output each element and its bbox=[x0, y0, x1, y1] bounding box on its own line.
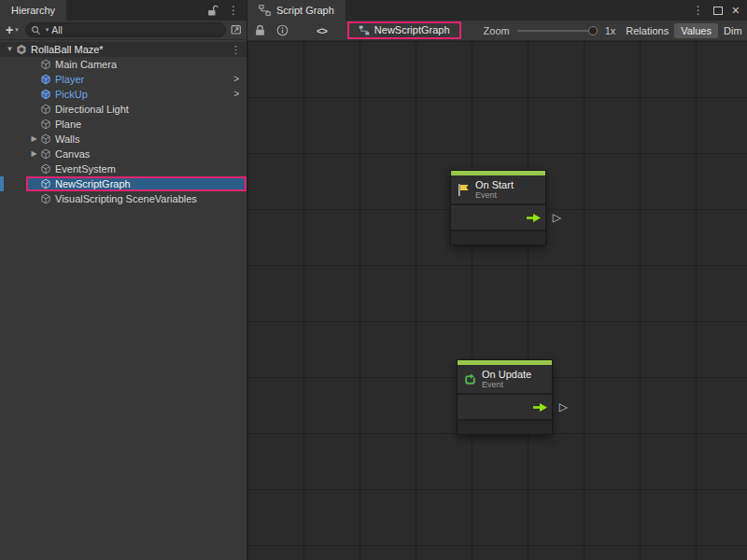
hierarchy-item-pickup[interactable]: PickUp > bbox=[0, 87, 247, 102]
node-subtitle: Event bbox=[482, 380, 531, 389]
tab-script-graph[interactable]: Script Graph bbox=[247, 0, 345, 21]
node-title: On Update bbox=[482, 369, 531, 381]
hierarchy-item-walls[interactable]: ▶ Walls bbox=[0, 132, 247, 147]
plus-icon: + bbox=[6, 23, 13, 36]
port-triangle-icon[interactable]: ▷ bbox=[553, 212, 561, 223]
zoom-value: 1x bbox=[605, 25, 616, 36]
cube-icon bbox=[40, 178, 51, 189]
node-on-update[interactable]: On Update Event ▷ bbox=[457, 359, 553, 435]
hierarchy-tabstrip: Hierarchy ⋮ bbox=[0, 0, 247, 21]
cube-icon bbox=[40, 193, 51, 204]
script-graph-asset-icon bbox=[359, 25, 370, 35]
caret-down-icon: ▾ bbox=[15, 26, 19, 34]
zoom-label: Zoom bbox=[484, 25, 510, 36]
graph-tabstrip: Script Graph ⋮ × bbox=[247, 0, 747, 21]
code-icon[interactable]: <> bbox=[317, 25, 327, 36]
control-output-port[interactable] bbox=[527, 214, 541, 222]
node-header: On Start Event bbox=[451, 175, 545, 205]
prefab-cube-icon bbox=[40, 89, 51, 100]
lock-open-icon[interactable] bbox=[207, 5, 218, 17]
graph-canvas[interactable]: On Start Event ▷ On Update Event bbox=[247, 41, 747, 560]
cube-icon bbox=[40, 163, 51, 175]
hierarchy-item-plane[interactable]: Plane bbox=[0, 117, 247, 132]
scene-kebab-icon[interactable]: ⋮ bbox=[231, 45, 241, 55]
expand-arrow-icon[interactable]: ▶ bbox=[28, 150, 40, 158]
loop-icon bbox=[463, 372, 477, 386]
cube-icon bbox=[40, 119, 51, 130]
node-footer bbox=[458, 421, 552, 434]
graph-tab-label: Script Graph bbox=[276, 5, 334, 16]
cube-icon bbox=[40, 148, 51, 160]
search-value: All bbox=[51, 24, 63, 35]
graph-name-label: NewScriptGraph bbox=[374, 24, 450, 35]
port-triangle-icon[interactable]: ▷ bbox=[559, 401, 568, 413]
cube-icon bbox=[40, 104, 51, 115]
script-graph-panel: Script Graph ⋮ × <> NewScriptGraph Zoom … bbox=[247, 0, 747, 560]
scene-icon bbox=[16, 44, 27, 55]
hierarchy-toolbar: + ▾ ▾ All bbox=[0, 21, 247, 40]
selection-edge-indicator bbox=[0, 176, 4, 191]
search-input[interactable]: ▾ All bbox=[25, 22, 226, 37]
zoom-slider[interactable] bbox=[517, 30, 598, 32]
graph-name-button[interactable]: NewScriptGraph bbox=[347, 21, 461, 39]
close-icon[interactable]: × bbox=[732, 4, 740, 17]
cube-icon bbox=[40, 59, 51, 70]
hierarchy-item-visualscripting-scenevariables[interactable]: VisualScripting SceneVariables bbox=[0, 191, 247, 206]
search-icon bbox=[31, 25, 41, 35]
control-output-port[interactable] bbox=[533, 403, 547, 412]
info-icon[interactable] bbox=[276, 24, 289, 36]
node-port-row: ▷ bbox=[458, 395, 552, 421]
hierarchy-panel: Hierarchy ⋮ + ▾ ▾ All ▼ bbox=[0, 0, 247, 560]
open-prefab-chevron-icon[interactable]: > bbox=[233, 75, 239, 84]
hierarchy-menu-kebab-icon[interactable]: ⋮ bbox=[228, 5, 239, 16]
hierarchy-item-canvas[interactable]: ▶ Canvas bbox=[0, 147, 247, 161]
panel-menu-kebab-icon[interactable]: ⋮ bbox=[693, 5, 704, 16]
node-footer bbox=[451, 231, 545, 245]
hierarchy-item-main-camera[interactable]: Main Camera bbox=[0, 57, 247, 72]
dim-toggle-button[interactable]: Dim bbox=[721, 23, 745, 38]
node-on-start[interactable]: On Start Event ▷ bbox=[450, 170, 546, 245]
maximize-icon[interactable] bbox=[713, 7, 723, 15]
hierarchy-item-newscriptgraph[interactable]: NewScriptGraph bbox=[0, 176, 247, 191]
node-subtitle: Event bbox=[475, 190, 514, 200]
lock-icon[interactable] bbox=[255, 24, 265, 36]
flag-icon bbox=[457, 183, 471, 197]
node-header: On Update Event bbox=[458, 365, 552, 395]
hierarchy-item-player[interactable]: Player > bbox=[0, 72, 247, 87]
search-window-icon[interactable] bbox=[231, 24, 243, 35]
hierarchy-tab-label: Hierarchy bbox=[11, 5, 55, 16]
tab-hierarchy[interactable]: Hierarchy bbox=[0, 0, 66, 21]
node-title: On Start bbox=[475, 179, 514, 191]
scene-name: RollaBall Maze* bbox=[31, 44, 104, 55]
collapse-arrow-icon[interactable]: ▼ bbox=[4, 46, 16, 53]
zoom-slider-knob[interactable] bbox=[588, 26, 598, 35]
prefab-cube-icon bbox=[40, 74, 51, 85]
expand-arrow-icon[interactable]: ▶ bbox=[28, 135, 40, 143]
relations-toggle-button[interactable]: Relations bbox=[623, 23, 671, 38]
values-toggle-button[interactable]: Values bbox=[674, 23, 718, 38]
create-object-button[interactable]: + ▾ bbox=[4, 23, 21, 36]
graph-tab-icon bbox=[259, 5, 271, 16]
search-filter-caret-icon[interactable]: ▾ bbox=[46, 26, 49, 34]
hierarchy-scene-row[interactable]: ▼ RollaBall Maze* ⋮ bbox=[0, 42, 247, 57]
open-prefab-chevron-icon[interactable]: > bbox=[233, 90, 239, 99]
graph-toolbar: <> NewScriptGraph Zoom 1x Relations Valu… bbox=[247, 21, 747, 41]
cube-icon bbox=[40, 133, 51, 145]
hierarchy-item-directional-light[interactable]: Directional Light bbox=[0, 102, 247, 117]
hierarchy-tree: ▼ RollaBall Maze* ⋮ Main Camera Player > bbox=[0, 40, 247, 560]
node-port-row: ▷ bbox=[451, 205, 545, 231]
hierarchy-item-eventsystem[interactable]: EventSystem bbox=[0, 161, 247, 176]
